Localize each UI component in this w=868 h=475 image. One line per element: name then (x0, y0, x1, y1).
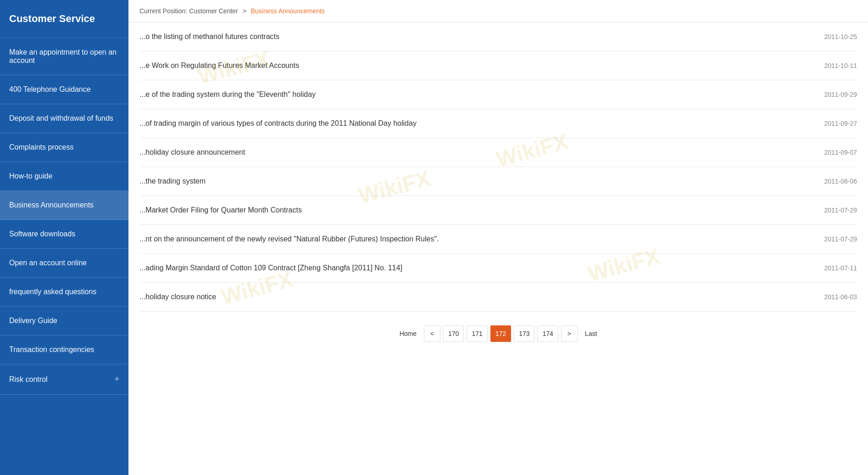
pagination-page-172[interactable]: 172 (490, 325, 511, 342)
sidebar-item-transaction-contingencies[interactable]: Transaction contingencies (0, 335, 128, 364)
article-item-8[interactable]: ...ading Margin Standard of Cotton 109 C… (139, 254, 857, 283)
article-date-8: 2011-07-11 (824, 264, 857, 272)
sidebar-item-label-deposit-withdrawal: Deposit and withdrawal of funds (9, 114, 113, 123)
sidebar-item-deposit-withdrawal[interactable]: Deposit and withdrawal of funds (0, 104, 128, 133)
pagination-page-173[interactable]: 173 (514, 325, 534, 342)
article-title-1: ...e Work on Regulating Futures Market A… (139, 61, 824, 70)
plus-icon-risk-control: + (114, 374, 119, 384)
breadcrumb: Current Position: Customer Center > Busi… (128, 0, 868, 22)
pagination-last[interactable]: Last (580, 325, 601, 342)
breadcrumb-separator: > (243, 7, 246, 15)
pagination-next[interactable]: > (561, 325, 578, 342)
article-title-0: ...o the listing of methanol futures con… (139, 33, 824, 41)
pagination-page-170[interactable]: 170 (443, 325, 464, 342)
article-title-2: ...e of the trading system during the "E… (139, 90, 824, 99)
sidebar-item-label-how-to-guide: How-to guide (9, 172, 52, 180)
article-date-0: 2011-10-25 (824, 33, 857, 40)
article-date-2: 2011-09-29 (824, 91, 857, 98)
article-list: ...o the listing of methanol futures con… (128, 22, 868, 312)
sidebar-item-make-appointment[interactable]: Make an appointment to open an account (0, 38, 128, 75)
sidebar-item-label-telephone-guidance: 400 Telephone Guidance (9, 85, 91, 94)
sidebar-item-label-business-announcements: Business Announcements (9, 201, 94, 209)
main-content: Current Position: Customer Center > Busi… (128, 0, 868, 475)
sidebar-item-risk-control[interactable]: Risk control+ (0, 364, 128, 395)
sidebar-item-label-complaints-process: Complaints process (9, 143, 74, 151)
article-title-5: ...the trading system (139, 177, 824, 185)
article-date-6: 2011-07-29 (824, 207, 857, 214)
article-date-4: 2011-09-07 (824, 149, 857, 156)
sidebar-item-complaints-process[interactable]: Complaints process (0, 133, 128, 162)
pagination-prev[interactable]: < (424, 325, 440, 342)
sidebar-item-delivery-guide[interactable]: Delivery Guide (0, 307, 128, 335)
sidebar-item-label-faq: frequently asked questions (9, 288, 96, 296)
article-item-1[interactable]: ...e Work on Regulating Futures Market A… (139, 51, 857, 80)
article-title-6: ...Market Order Filing for Quarter Month… (139, 206, 824, 214)
article-date-7: 2011-07-29 (824, 235, 857, 243)
article-item-2[interactable]: ...e of the trading system during the "E… (139, 80, 857, 109)
article-date-1: 2011-10-11 (824, 62, 857, 69)
breadcrumb-current: Business Announcements (251, 7, 325, 15)
sidebar-item-open-account-online[interactable]: Open an account online (0, 249, 128, 278)
article-title-8: ...ading Margin Standard of Cotton 109 C… (139, 264, 824, 272)
pagination: Home < 170171172173174 > Last (128, 312, 868, 351)
breadcrumb-prefix: Current Position: (139, 7, 187, 15)
article-title-3: ...of trading margin of various types of… (139, 119, 824, 128)
sidebar-item-faq[interactable]: frequently asked questions (0, 278, 128, 307)
article-date-9: 2011-06-03 (824, 293, 857, 301)
sidebar-item-label-risk-control: Risk control (9, 375, 48, 384)
article-title-7: ...nt on the announcement of the newly r… (139, 235, 824, 243)
article-date-3: 2011-09-27 (824, 120, 857, 127)
article-item-5[interactable]: ...the trading system2011-08-06 (139, 167, 857, 196)
article-item-6[interactable]: ...Market Order Filing for Quarter Month… (139, 196, 857, 225)
sidebar-item-label-transaction-contingencies: Transaction contingencies (9, 346, 94, 354)
sidebar-item-label-open-account-online: Open an account online (9, 259, 87, 267)
pagination-home[interactable]: Home (395, 325, 421, 342)
sidebar-item-label-software-downloads: Software downloads (9, 230, 75, 238)
article-date-5: 2011-08-06 (824, 178, 857, 185)
sidebar-item-software-downloads[interactable]: Software downloads (0, 220, 128, 249)
sidebar-header: Customer Service (0, 0, 128, 38)
sidebar-item-how-to-guide[interactable]: How-to guide (0, 162, 128, 191)
article-item-0[interactable]: ...o the listing of methanol futures con… (139, 22, 857, 51)
article-title-9: ...holiday closure notice (139, 293, 824, 301)
sidebar: Customer Service Make an appointment to … (0, 0, 128, 475)
article-item-7[interactable]: ...nt on the announcement of the newly r… (139, 225, 857, 254)
article-title-4: ...holiday closure announcement (139, 148, 824, 156)
article-item-4[interactable]: ...holiday closure announcement2011-09-0… (139, 138, 857, 167)
sidebar-item-label-delivery-guide: Delivery Guide (9, 317, 57, 325)
sidebar-item-telephone-guidance[interactable]: 400 Telephone Guidance (0, 75, 128, 104)
article-item-9[interactable]: ...holiday closure notice2011-06-03 (139, 283, 857, 312)
article-item-3[interactable]: ...of trading margin of various types of… (139, 109, 857, 138)
sidebar-item-label-make-appointment: Make an appointment to open an account (9, 48, 119, 65)
breadcrumb-home[interactable]: Customer Center (189, 7, 238, 15)
sidebar-item-business-announcements[interactable]: Business Announcements (0, 191, 128, 220)
pagination-page-171[interactable]: 171 (467, 325, 487, 342)
pagination-page-174[interactable]: 174 (537, 325, 558, 342)
